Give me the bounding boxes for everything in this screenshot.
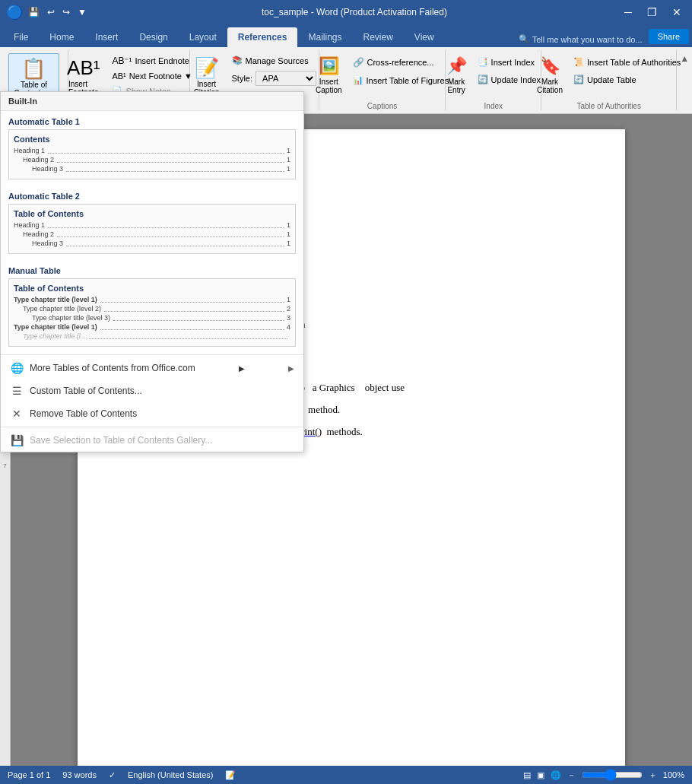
style-dropdown[interactable]: Style: APA MLA Chicago: [227, 68, 322, 88]
status-bar-right: ▤ ▣ 🌐 － ＋ 100%: [523, 769, 684, 781]
auto2-title: Automatic Table 2: [8, 192, 296, 201]
status-bar: Page 1 of 1 93 words ✓ English (United S…: [0, 766, 692, 784]
spelling-icon: 📝: [225, 770, 236, 780]
page-count: Page 1 of 1: [8, 770, 50, 779]
auto1-h2: Heading 2 1: [14, 156, 290, 163]
insert-toa-button[interactable]: 📜 Insert Table of Authorities: [569, 55, 685, 69]
style-select[interactable]: APA MLA Chicago: [256, 71, 316, 86]
zoom-out-button[interactable]: －: [567, 770, 576, 781]
zoom-in-button[interactable]: ＋: [649, 770, 657, 781]
toa-icon: 📜: [573, 57, 584, 67]
save-selection-label: Save Selection to Table of Contents Gall…: [30, 435, 212, 446]
more-tables-icon: 🌐: [10, 362, 24, 374]
toc-option-auto1[interactable]: Automatic Table 1 Contents Heading 1 1 H…: [1, 111, 303, 186]
h2-text: Heading 2: [23, 156, 54, 163]
insert-table-figures-button[interactable]: 📊 Insert Table of Figures: [348, 73, 454, 87]
zoom-slider[interactable]: [582, 769, 643, 781]
a2h2-text: Heading 2: [23, 230, 54, 238]
save-selection-icon: 💾: [10, 434, 24, 446]
remove-toc-button[interactable]: ✕ Remove Table of Contents: [1, 402, 303, 425]
auto1-h3: Heading 3 1: [14, 165, 290, 173]
manual-h2: Type chapter title (level 2) 2: [14, 305, 290, 313]
a2h3-text: Heading 3: [32, 240, 63, 247]
authorities-col: 📜 Insert Table of Authorities 🔄 Update T…: [569, 55, 685, 87]
restore-button[interactable]: ❐: [643, 5, 662, 20]
next-footnote-button[interactable]: AB¹ Next Footnote ▼: [107, 69, 196, 83]
captions-col: 🔗 Cross-reference... 📊 Insert Table of F…: [348, 55, 454, 87]
tab-mailings[interactable]: Mailings: [297, 27, 352, 47]
mh2-dots: [104, 306, 284, 312]
toc-separator-1: [1, 354, 303, 355]
redo-qat-button[interactable]: ↪: [60, 5, 72, 19]
mh2b-text: Type chapter title (l...: [23, 332, 86, 340]
tab-review[interactable]: Review: [353, 27, 404, 47]
cross-ref-icon: 🔗: [353, 57, 364, 68]
insert-caption-button[interactable]: 🖼️ InsertCaption: [311, 53, 346, 97]
close-button[interactable]: ✕: [668, 5, 686, 20]
mh3-text: Type chapter title (level 3): [32, 314, 110, 322]
more-tables-label: More Tables of Contents from Office.com: [30, 363, 195, 373]
zoom-level: 100%: [663, 770, 684, 779]
undo-qat-button[interactable]: ↩: [45, 5, 57, 19]
share-button[interactable]: Share: [649, 29, 689, 44]
mark-entry-button[interactable]: 📌 MarkEntry: [442, 53, 471, 97]
endnote-label: Insert Endnote: [135, 56, 189, 65]
h3-text: Heading 3: [32, 165, 63, 173]
manual-h3: Type chapter title (level 3) 3: [14, 314, 290, 322]
toc-option-manual[interactable]: Manual Table Table of Contents Type chap…: [1, 260, 303, 353]
toc-option-auto2[interactable]: Automatic Table 2 Table of Contents Head…: [1, 186, 303, 260]
mh2b-dots: [89, 333, 287, 339]
tab-insert[interactable]: Insert: [84, 27, 129, 47]
cross-ref-label: Cross-reference...: [367, 58, 434, 67]
title-bar-left: 🔵 💾 ↩ ↪ ▼: [6, 4, 89, 21]
view-layout-icon[interactable]: ▣: [537, 770, 544, 780]
view-normal-icon[interactable]: ▤: [523, 770, 531, 780]
tab-references[interactable]: References: [227, 27, 298, 47]
tab-design[interactable]: Design: [129, 27, 178, 47]
toc-icon: 📋: [21, 57, 46, 81]
tab-file[interactable]: File: [3, 27, 39, 47]
auto1-preview: Contents Heading 1 1 Heading 2 1 Heading…: [8, 129, 296, 179]
a2h1-text: Heading 1: [14, 221, 45, 229]
toc-separator-2: [1, 427, 303, 427]
auto2-preview-title: Table of Contents: [14, 209, 290, 218]
a2h1-page: 1: [287, 221, 290, 229]
mh2-page: 2: [287, 305, 290, 313]
style-label-text: Style:: [232, 74, 253, 83]
custom-toc-button[interactable]: ☰ Custom Table of Contents...: [1, 379, 303, 402]
insert-endnote-button[interactable]: AB⁻¹ Insert Endnote: [107, 53, 196, 68]
tab-layout[interactable]: Layout: [179, 27, 227, 47]
title-bar: 🔵 💾 ↩ ↪ ▼ toc_sample - Word (Product Act…: [0, 0, 692, 24]
ribbon-search[interactable]: 🔍 Tell me what you want to do...: [513, 31, 649, 47]
auto1-h1: Heading 1 1: [14, 147, 290, 154]
window-controls: ─ ❐ ✕: [620, 5, 686, 20]
manual-h2b: Type chapter title (l...: [14, 332, 290, 340]
h1-text: Heading 1: [14, 147, 45, 154]
tof-icon: 📊: [353, 75, 363, 85]
view-web-icon[interactable]: 🌐: [551, 770, 561, 780]
tab-view[interactable]: View: [404, 27, 445, 47]
h2-dots: [57, 157, 284, 163]
next-fn-icon: AB¹: [112, 71, 125, 81]
save-qat-button[interactable]: 💾: [26, 5, 42, 19]
more-tables-button[interactable]: 🌐 More Tables of Contents from Office.co…: [1, 357, 303, 379]
customize-qat-button[interactable]: ▼: [75, 5, 89, 19]
word-count: 93 words: [62, 770, 97, 779]
index-group-label: Index: [483, 100, 504, 112]
update-toa-button[interactable]: 🔄 Update Table: [569, 72, 685, 87]
citation-icon: 📝: [195, 56, 219, 80]
auto1-title: Automatic Table 1: [8, 117, 296, 126]
caption-label: InsertCaption: [316, 78, 341, 94]
manual-h1b: Type chapter title (level 1) 4: [14, 323, 290, 331]
insert-idx-label: Insert Index: [491, 58, 535, 67]
ribbon-collapse-button[interactable]: ▲: [677, 50, 692, 110]
manage-sources-button[interactable]: 📚 Manage Sources: [227, 53, 322, 68]
minimize-button[interactable]: ─: [620, 5, 636, 20]
tab-home[interactable]: Home: [39, 27, 84, 47]
auto1-preview-title: Contents: [14, 135, 290, 144]
a2h3-page: 1: [287, 240, 290, 247]
search-icon: 🔍: [519, 34, 529, 44]
mh1a-page: 1: [287, 296, 290, 303]
cross-reference-button[interactable]: 🔗 Cross-reference...: [348, 55, 454, 70]
mark-citation-button[interactable]: 🔖 MarkCitation: [532, 53, 567, 97]
